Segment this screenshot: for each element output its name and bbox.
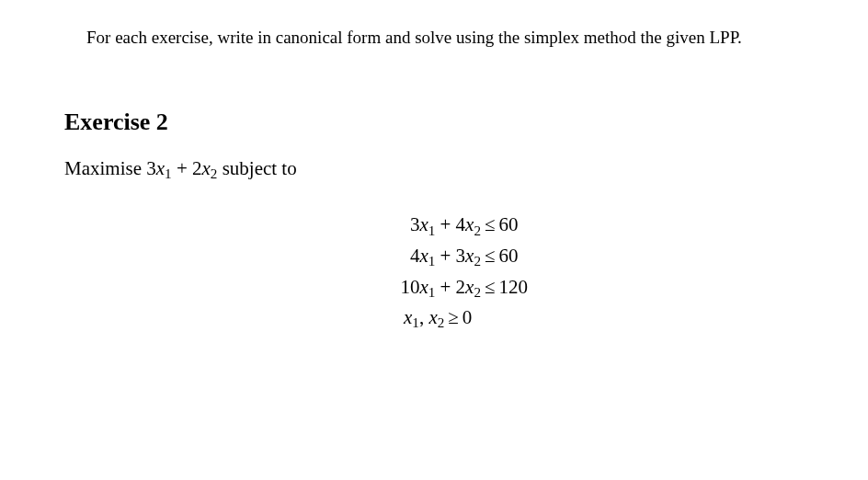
coef-1: 3 [146,157,156,179]
exercise-heading: Exercise 2 [64,106,804,139]
var-x: x [419,213,428,235]
nonnegativity-row: x1, x2≥0 [404,303,472,334]
var-x2: x [201,157,210,179]
constraint-rhs: 60 [499,241,519,272]
constraint-rhs: 120 [499,272,529,303]
objective-prefix: Maximise [64,157,146,179]
plus-op: + [435,245,455,267]
constraint-lhs: 3x1 + 4x2 [391,210,481,241]
sub-2: 2 [211,166,218,181]
coef: 10 [400,276,419,298]
constraint-row: 10x1 + 2x2≤120 [391,272,528,303]
sub: 2 [438,315,445,330]
sub: 1 [428,254,436,269]
le-symbol: ≤ [481,210,499,241]
coef: 4 [456,213,466,235]
var-x: x [428,306,437,328]
sub: 1 [428,285,436,300]
constraint-lhs: 4x1 + 3x2 [391,241,481,272]
sub: 1 [412,315,419,330]
sub-1: 1 [165,166,172,181]
sub: 1 [428,223,436,238]
intro-paragraph: For each exercise, write in canonical fo… [64,26,804,51]
objective-suffix: subject to [217,157,296,179]
sub: 2 [474,223,481,238]
constraint-row: 4x1 + 3x2≤60 [391,241,519,272]
var-x: x [404,306,412,328]
le-symbol: ≤ [481,272,499,303]
coef: 4 [410,245,420,267]
constraint-rhs: 60 [499,210,519,241]
coef-2: 2 [192,157,202,179]
coef: 3 [456,245,466,267]
coef: 2 [456,276,466,298]
constraint-row: 3x1 + 4x2≤60 [391,210,519,241]
constraints-block: 3x1 + 4x2≤60 4x1 + 3x2≤60 10x1 + 2x2≤120… [391,210,804,333]
zero: 0 [463,306,473,328]
plus-op: + [172,157,192,179]
sub: 2 [474,285,481,300]
plus-op: + [435,213,455,235]
objective-line: Maximise 3x1 + 2x2 subject to [64,155,804,182]
plus-op: + [435,276,455,298]
coef: 3 [410,213,420,235]
le-symbol: ≤ [481,241,499,272]
var-x: x [419,276,428,298]
var-x1: x [156,157,165,179]
constraint-lhs: 10x1 + 2x2 [391,272,481,303]
comma: , [419,306,429,328]
sub: 2 [474,254,481,269]
ge-symbol: ≥ [444,303,463,334]
var-x: x [419,245,428,267]
